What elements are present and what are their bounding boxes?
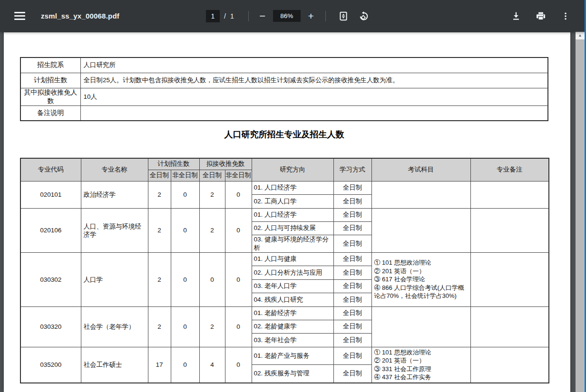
specialty-code-cell: 020106 [20, 208, 81, 252]
study-mode-cell: 全日制 [333, 181, 371, 194]
specialty-note-cell [470, 347, 549, 383]
plan-fulltime-cell: 17 [148, 347, 171, 383]
study-mode-cell: 全日制 [333, 194, 371, 208]
column-header: 专业备注 [470, 158, 549, 181]
info-row: 招生院系人口研究所 [20, 57, 548, 73]
column-header: 考试科目 [371, 158, 470, 181]
document-heading: 人口研究所招生专业及招生人数 [20, 129, 548, 140]
table-head: 专业代码专业名称计划招生数拟接收推免数研究方向学习方式考试科目专业备注全日制非全… [20, 158, 549, 181]
research-direction-cell: 01. 老龄产业与服务 [252, 347, 333, 364]
study-mode-cell: 全日制 [333, 320, 371, 333]
column-subheader: 全日制 [148, 170, 171, 181]
study-mode-cell: 全日制 [333, 235, 371, 252]
study-mode-cell: 全日制 [333, 208, 371, 221]
specialty-row: 035200社会工作硕士1704001. 老龄产业与服务全日制① 101 思想政… [20, 347, 549, 364]
research-direction-cell: 02. 老龄健康学 [252, 320, 333, 333]
menu-bar [14, 15, 25, 17]
header-row-1: 专业代码专业名称计划招生数拟接收推免数研究方向学习方式考试科目专业备注 [20, 158, 549, 170]
column-header: 计划招生数 [148, 158, 199, 170]
specialty-row: 020106人口、资源与环境经济学202001. 人口经济学全日制 [20, 208, 549, 221]
specialty-note-cell [470, 252, 549, 306]
info-value: 10人 [80, 88, 548, 105]
specialty-name-cell: 社会学（老年学） [81, 306, 148, 347]
study-mode-cell: 全日制 [333, 293, 371, 306]
specialty-code-cell: 035200 [20, 347, 81, 383]
research-direction-cell: 02. 残疾服务与管理 [252, 364, 333, 382]
pdf-page: 招生院系人口研究所计划招生数全日制25人。计划数中包含拟接收推免人数，应试生招生… [4, 32, 570, 392]
exam-subjects-cell [371, 208, 470, 252]
tuimian-parttime-cell: 0 [225, 306, 252, 347]
pdf-toolbar: zsml_ss_yx_00068.pdf 1 / 1 − 86% + [0, 0, 586, 32]
enrollment-info-table: 招生院系人口研究所计划招生数全日制25人。计划数中包含拟接收推免人数，应试生招生… [20, 57, 548, 121]
study-mode-cell: 全日制 [333, 306, 371, 320]
page-number-input[interactable]: 1 [206, 10, 220, 22]
column-header: 研究方向 [252, 158, 333, 181]
specialty-row: 030302人口学200001. 人口与健康全日制① 101 思想政治理论 ② … [20, 252, 549, 266]
zoom-out-button[interactable]: − [257, 10, 268, 22]
research-direction-cell: 01. 人口经济学 [252, 208, 333, 221]
plan-fulltime-cell: 2 [148, 252, 171, 306]
tuimian-fulltime-cell: 2 [199, 306, 225, 347]
admissions-table: 专业代码专业名称计划招生数拟接收推免数研究方向学习方式考试科目专业备注全日制非全… [20, 158, 549, 383]
info-value [80, 105, 548, 121]
specialty-note-cell [470, 181, 549, 208]
fit-page-icon[interactable] [336, 9, 351, 23]
table-body: 020101政治经济学202001. 人口经济学全日制02. 工商人口学全日制0… [20, 181, 549, 383]
toolbar-center-group: 1 / 1 − 86% + [206, 0, 371, 32]
exam-subjects-cell: ① 101 思想政治理论 ② 201 英语（一） ③ 331 社会工作原理 ④ … [371, 347, 470, 383]
zoom-level-input[interactable]: 86% [273, 10, 301, 22]
column-header: 专业代码 [20, 158, 81, 181]
plan-parttime-cell: 0 [171, 181, 199, 208]
scrollbar-up-arrow-icon[interactable]: ▲ [576, 32, 585, 39]
exam-subjects-cell: ① 101 思想政治理论 ② 201 英语（一） ③ 617 社会学理论 ④ 8… [371, 252, 470, 306]
specialty-code-cell: 030302 [20, 252, 81, 306]
study-mode-cell: 全日制 [333, 364, 371, 382]
scrollbar[interactable]: ▲ [576, 32, 585, 392]
pdf-content-area[interactable]: 招生院系人口研究所计划招生数全日制25人。计划数中包含拟接收推免人数，应试生招生… [0, 32, 586, 392]
specialty-row: 020101政治经济学202001. 人口经济学全日制 [20, 181, 549, 194]
info-row: 其中拟接收推免人数10人 [20, 88, 548, 105]
column-subheader: 非全日制 [225, 170, 252, 181]
info-value: 全日制25人。计划数中包含拟接收推免人数，应试生招生人数以招生计划减去实际公示的… [80, 73, 548, 88]
rotate-counterclockwise-icon[interactable] [357, 9, 371, 23]
more-vertical-icon[interactable] [560, 10, 571, 22]
print-icon[interactable] [536, 10, 546, 22]
study-mode-cell: 全日制 [333, 252, 371, 266]
specialty-name-cell: 政治经济学 [81, 181, 148, 208]
rotate-glyph [359, 11, 369, 21]
study-mode-cell: 全日制 [333, 333, 371, 347]
research-direction-cell: 02. 工商人口学 [252, 194, 333, 208]
download-icon[interactable] [511, 10, 521, 22]
tuimian-fulltime-cell: 0 [199, 252, 225, 306]
column-header: 拟接收推免数 [199, 158, 252, 170]
plan-fulltime-cell: 2 [148, 208, 171, 252]
specialty-name-cell: 人口学 [81, 252, 148, 306]
pdf-viewer-window: zsml_ss_yx_00068.pdf 1 / 1 − 86% + [0, 0, 586, 392]
tuimian-parttime-cell: 0 [225, 208, 252, 252]
specialty-name-cell: 人口、资源与环境经济学 [81, 208, 148, 252]
plan-parttime-cell: 0 [171, 208, 199, 252]
specialty-note-cell [470, 306, 549, 347]
exam-subjects-cell [371, 181, 470, 208]
tuimian-fulltime-cell: 4 [199, 347, 225, 383]
menu-bar [14, 19, 25, 20]
page-count: 1 [230, 12, 234, 20]
toolbar-divider [325, 11, 326, 21]
download-glyph [511, 10, 521, 22]
research-direction-cell: 01. 人口与健康 [252, 252, 333, 266]
scrollbar-thumb[interactable] [576, 39, 585, 392]
tuimian-parttime-cell: 0 [225, 181, 252, 208]
plan-fulltime-cell: 2 [148, 306, 171, 347]
research-direction-cell: 03. 老年人口学 [252, 279, 333, 293]
research-direction-cell: 01. 人口经济学 [252, 181, 333, 194]
column-header: 专业名称 [81, 158, 148, 181]
zoom-in-button[interactable]: + [305, 10, 317, 22]
info-label: 招生院系 [20, 57, 80, 73]
toolbar-divider [248, 11, 249, 21]
plan-parttime-cell: 0 [171, 306, 199, 347]
menu-icon[interactable] [14, 11, 27, 21]
info-label: 备注说明 [20, 105, 80, 121]
research-direction-cell: 02. 人口分析方法与应用 [252, 266, 333, 279]
study-mode-cell: 全日制 [333, 347, 371, 364]
plan-parttime-cell: 0 [171, 347, 199, 383]
